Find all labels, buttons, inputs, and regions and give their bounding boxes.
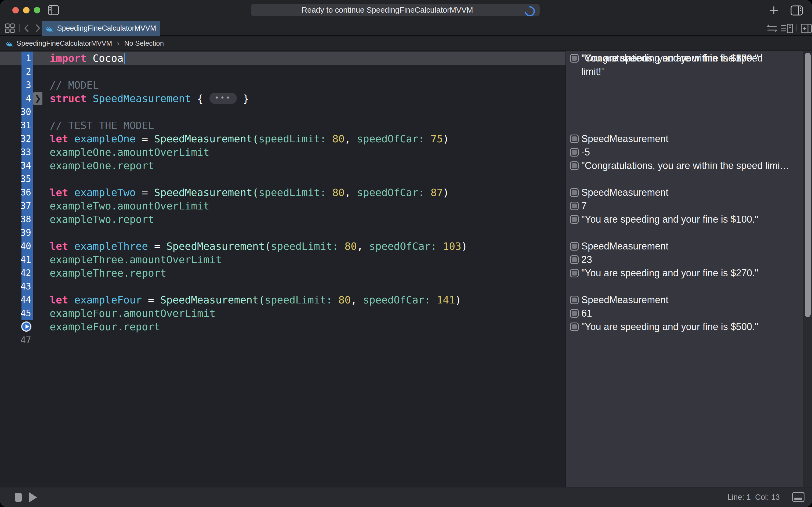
show-result-button[interactable] [570,256,579,264]
code-line[interactable]: struct SpeedMeasurement { ••• } [50,92,249,105]
show-result-button[interactable] [570,188,579,197]
run-button[interactable] [29,492,37,502]
tab-speedingfinecalculatormvvm[interactable]: SpeedingFineCalculatorMVVM [42,21,160,36]
editor-options-icon[interactable] [781,23,793,34]
go-back-icon[interactable] [22,23,31,33]
tab-bar: SpeedingFineCalculatorMVVM [0,20,812,36]
result-value: "You are speeding and your fine is $100.… [581,213,758,226]
code-line[interactable]: let exampleTwo = SpeedMeasurement(speedL… [50,186,449,199]
code-token-plain: = [135,133,154,145]
inspector-toggle-icon[interactable] [791,5,803,15]
result-row: SpeedMeasurement [566,132,812,146]
code-line[interactable]: exampleTwo.amountOverLimit [50,199,210,213]
code-token-number: 80 [332,187,345,199]
result-value: "You are speeding and your fine is $500.… [581,320,758,334]
code-token-plain: ) [443,187,449,199]
debug-area-toggle-icon[interactable] [792,492,805,502]
show-result-button[interactable] [570,309,579,318]
navigator-toggle-icon[interactable] [48,5,59,15]
add-editor-icon[interactable] [801,23,812,34]
code-line[interactable]: exampleFour.amountOverLimit [50,307,216,320]
line-number: 47 [0,334,31,347]
code-token-comment: // MODEL [50,79,99,91]
code-line[interactable]: exampleOne.amountOverLimit [50,146,210,159]
code-token-decl: exampleOne [74,133,136,145]
show-result-button[interactable] [570,134,579,143]
code-token-member: speedOfCar: [357,133,424,145]
result-row: SpeedMeasurement [566,186,812,199]
result-value: "You are speeding and your fine is $270.… [581,266,758,280]
code-token-member: speedOfCar: [363,294,431,306]
show-result-button[interactable] [570,242,579,250]
show-result-button[interactable] [570,161,579,170]
folded-code-ellipsis[interactable]: ••• [210,93,237,104]
code-line[interactable]: exampleThree.report [50,266,167,280]
code-line[interactable]: let exampleFour = SpeedMeasurement(speed… [50,293,461,307]
code-token-comment: // TEST THE MODEL [50,119,154,131]
line-col-indicator[interactable]: Line: 1 Col: 13 [728,488,780,507]
code-line[interactable]: import Cocoa [50,52,125,65]
code-line[interactable]: let exampleOne = SpeedMeasurement(speedL… [50,132,449,146]
code-token-number: 75 [431,133,443,145]
zoom-window-button[interactable] [34,7,40,13]
result-value: 61 [581,307,592,320]
code-token-plain: , [345,133,357,145]
panel-scrollbar-track[interactable] [803,51,812,487]
show-result-button[interactable] [570,296,579,304]
line-number: 1 [0,52,31,65]
statusbar-separator [787,493,787,501]
code-line[interactable]: exampleFour.report [50,320,160,334]
breadcrumb: SpeedingFineCalculatorMVVM › No Selectio… [0,36,812,51]
code-line[interactable]: // MODEL [50,78,99,92]
code-token-type: SpeedMeasurement( [160,294,265,306]
breadcrumb-separator: › [117,39,119,48]
swift-file-icon [5,40,13,47]
code-token-member: speedLimit: [258,133,326,145]
line-number: 4 [0,92,31,105]
related-items-icon[interactable] [5,23,15,33]
code-token-plain [424,133,431,145]
breadcrumb-project[interactable]: SpeedingFineCalculatorMVVM [17,39,112,48]
show-result-button[interactable] [570,202,579,210]
line-number: 42 [0,266,31,280]
result-row: SpeedMeasurement [566,239,812,253]
show-result-button[interactable] [570,215,579,224]
code-line[interactable]: let exampleThree = SpeedMeasurement(spee… [50,239,467,253]
show-result-button[interactable] [570,54,579,63]
result-value: SpeedMeasurement [581,239,669,253]
result-row: -5 [566,146,812,159]
result-value: 23 [581,253,592,266]
code-token-member: exampleFour.amountOverLimit [50,307,216,319]
swap-editor-icon[interactable] [767,24,777,33]
code-token-member: exampleTwo.report [50,214,154,225]
show-result-button[interactable] [570,148,579,157]
close-window-button[interactable] [12,7,19,13]
result-row: 7 [566,199,812,213]
go-forward-icon[interactable] [34,23,42,33]
code-line[interactable]: // TEST THE MODEL [50,119,154,132]
code-token-type: SpeedMeasurement( [167,240,271,252]
code-token-plain [68,187,74,199]
add-tab-icon[interactable] [768,5,779,15]
code-line[interactable]: exampleOne.report [50,159,154,172]
result-row: "Congratulations, you are within the spe… [566,159,812,172]
panel-scrollbar-thumb[interactable] [805,53,811,317]
code-token-keyword: import [50,52,86,64]
swift-file-icon [45,24,53,33]
show-result-button[interactable] [570,269,579,277]
breadcrumb-selection[interactable]: No Selection [124,39,164,48]
show-result-button[interactable] [570,323,579,331]
playground-results-panel: SpeedMeasurement-5"Congratulations, you … [566,51,812,487]
stop-button[interactable] [15,493,22,502]
code-editor[interactable]: 1234❯3031323334353637383940414243444547 … [0,51,566,487]
minimize-window-button[interactable] [23,7,30,13]
code-line[interactable]: exampleTwo.report [50,213,154,226]
code-token-plain [338,240,345,252]
line-number: 32 [0,132,31,146]
code-token-member: speedOfCar: [357,187,424,199]
code-token-plain: = [135,187,154,199]
code-token-plain: ) [455,294,461,306]
run-playground-button[interactable] [21,322,32,332]
code-fold-chevron-icon[interactable]: ❯ [33,92,43,105]
code-line[interactable]: exampleThree.amountOverLimit [50,253,222,266]
